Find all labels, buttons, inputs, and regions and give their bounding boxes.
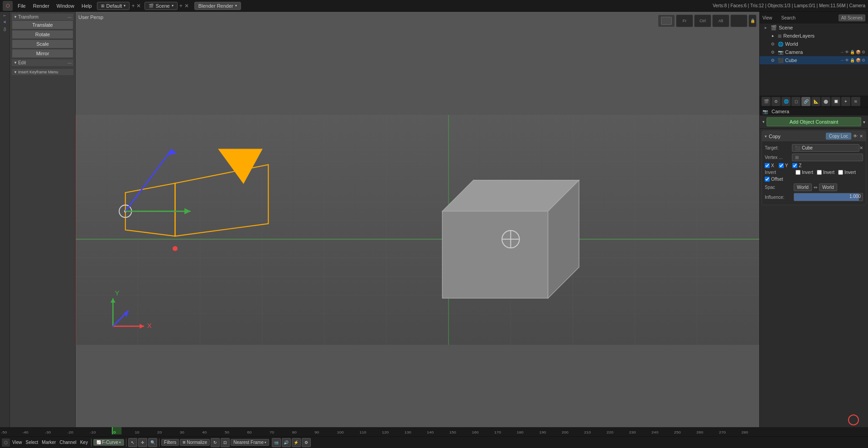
tools-panel: ▼ Transform — Translate Rotate Scale Mir…: [10, 12, 76, 448]
prop-tab-physics[interactable]: ≋: [851, 97, 860, 106]
prop-tab-particles[interactable]: ✦: [841, 97, 850, 106]
x-scene-icon[interactable]: ✕: [184, 3, 189, 9]
grease-tab[interactable]: Gr: [2, 25, 8, 33]
z-checkbox[interactable]: Z: [792, 163, 801, 168]
outliner-item-cube[interactable]: ⊙ ⬛ Cube → 👁 🔒 📦 ⚙: [760, 56, 868, 64]
timeline-select-tool[interactable]: ↖: [128, 438, 137, 447]
target-clear-btn[interactable]: ✕: [859, 145, 863, 150]
plus-icon[interactable]: +: [131, 3, 135, 9]
x-invert[interactable]: Invert: [796, 170, 813, 175]
numpad-ctrl-btn[interactable]: Ctrl: [694, 14, 711, 27]
plus-scene-icon[interactable]: +: [179, 3, 183, 9]
playback-icon-btn[interactable]: 📹: [272, 438, 281, 447]
constraint-expand-icon[interactable]: ▾: [762, 120, 765, 124]
x-icon[interactable]: ✕: [136, 3, 141, 9]
timeline-header-icon[interactable]: ⬡: [2, 438, 10, 447]
insert-keyframe-section: ▼ Insert Keyframe Menu: [12, 69, 73, 75]
constraint-close-btn[interactable]: ✕: [859, 134, 863, 139]
svg-text:80: 80: [292, 430, 297, 434]
scene-selector[interactable]: 🎬 Scene ▾: [145, 2, 177, 10]
rotate-button[interactable]: Rotate: [12, 30, 73, 39]
numpad-lock-btn[interactable]: 🔒: [748, 14, 757, 27]
timeline-move-tool[interactable]: ✛: [138, 438, 147, 447]
outliner-item-renderlayers[interactable]: ▸ ⊞ RenderLayers: [760, 32, 868, 40]
constraint-collapse-icon[interactable]: ▾: [863, 120, 865, 125]
prop-tab-scene[interactable]: ⚙: [772, 97, 781, 106]
timeline-normalize-btn[interactable]: ⊠ Normalize: [180, 439, 210, 446]
timeline-sync-btn[interactable]: ↻: [211, 438, 220, 447]
numpad-shift-btn[interactable]: [730, 14, 747, 27]
vertex-field[interactable]: ⊞: [792, 154, 863, 161]
timeline-auto-btn[interactable]: ⊡: [221, 438, 230, 447]
add-object-constraint-button[interactable]: Add Object Constraint: [767, 117, 861, 126]
numpad-persp-btn[interactable]: [658, 14, 675, 27]
window-menu-item[interactable]: Window: [53, 2, 77, 10]
translate-button[interactable]: Translate: [12, 20, 73, 29]
timeline-zoom-tool[interactable]: 🔍: [148, 438, 157, 447]
svg-text:130: 130: [405, 430, 411, 434]
file-menu[interactable]: File Render Window Help: [14, 2, 95, 10]
numpad-front-btn[interactable]: Fr: [676, 14, 693, 27]
viewport-3d[interactable]: Fr Ctrl Alt 🔒 User Persp: [76, 12, 759, 448]
workspace-selector[interactable]: ⊞ Default ▾: [97, 2, 130, 10]
target-field[interactable]: ⬛ Cube: [792, 144, 859, 152]
space-from-dropdown[interactable]: World: [794, 183, 812, 191]
timeline-filters-btn[interactable]: Filters: [161, 439, 179, 446]
outliner-search-menu[interactable]: Search: [781, 15, 796, 20]
z-invert[interactable]: Invert: [838, 170, 856, 175]
prop-tab-object[interactable]: ◻: [791, 97, 800, 106]
audio-icon-btn[interactable]: 🔊: [282, 438, 291, 447]
svg-text:X: X: [147, 322, 152, 329]
record-button[interactable]: [848, 414, 859, 425]
mirror-button[interactable]: Mirror: [12, 49, 73, 58]
timeline-mode-selector[interactable]: 📈 F-Curve ▾: [93, 439, 124, 446]
transform-section: ▼ Transform — Translate Rotate Scale Mir…: [12, 14, 73, 58]
nearest-frame-btn[interactable]: Nearest Frame ▾: [231, 439, 269, 446]
offset-checkbox[interactable]: Offset: [765, 177, 783, 182]
prop-tab-data[interactable]: 📐: [811, 97, 820, 106]
edit-header[interactable]: ▼ Edit —: [12, 59, 73, 66]
constraint-expand-btn[interactable]: ▾: [765, 134, 767, 139]
constraint-eye-btn[interactable]: 👁: [853, 134, 858, 139]
outliner-item-world[interactable]: ⊙ 🌐 World: [760, 40, 868, 48]
space-to-dropdown[interactable]: World: [819, 183, 837, 191]
transform-header[interactable]: ▼ Transform —: [12, 14, 73, 20]
tools-tab[interactable]: T: [2, 13, 8, 19]
help-menu-item[interactable]: Help: [78, 2, 95, 10]
constraint-type-btn[interactable]: Copy Loc: [826, 133, 851, 140]
render-menu-item[interactable]: Render: [30, 2, 53, 10]
svg-text:-50: -50: [1, 430, 7, 434]
prop-tab-render[interactable]: 🎬: [762, 97, 771, 106]
timeline-select-menu[interactable]: Select: [24, 440, 40, 445]
prop-tab-material[interactable]: ⬤: [821, 97, 830, 106]
prop-tab-constraints[interactable]: 🔗: [801, 97, 810, 106]
anim-tab[interactable]: A: [2, 19, 8, 25]
outliner-item-scene[interactable]: ▸ 🎬 Scene: [760, 24, 868, 32]
prop-tab-texture[interactable]: 🔲: [831, 97, 840, 106]
numpad-alt-btn[interactable]: Alt: [712, 14, 729, 27]
right-panel: View Search All Scenes ▸ 🎬 Scene ▸ ⊞ Ren…: [759, 12, 868, 448]
svg-text:270: 270: [719, 430, 726, 434]
constraint-target-row: Target: ⬛ Cube ✕: [765, 144, 863, 152]
svg-text:20: 20: [157, 430, 162, 434]
options-icon-btn[interactable]: ⚙: [302, 438, 311, 447]
prop-tab-world[interactable]: 🌐: [781, 97, 791, 106]
y-invert[interactable]: Invert: [817, 170, 834, 175]
x-checkbox[interactable]: X: [765, 163, 774, 168]
influence-bar[interactable]: 1.000: [794, 193, 863, 201]
timeline-channel-menu[interactable]: Channel: [58, 440, 77, 445]
offset-row: Offset: [765, 177, 863, 182]
outliner-view-menu[interactable]: View: [762, 15, 772, 20]
timeline-view-menu[interactable]: View: [11, 440, 24, 445]
sync-icon-btn[interactable]: ⚡: [292, 438, 301, 447]
svg-text:110: 110: [359, 430, 366, 434]
insert-keyframe-header[interactable]: ▼ Insert Keyframe Menu: [12, 69, 73, 75]
scale-button[interactable]: Scale: [12, 39, 73, 48]
all-scenes-btn[interactable]: All Scenes: [839, 14, 865, 21]
outliner-item-camera[interactable]: ⊙ 📷 Camera → 👁 🔒 📦 ⚙: [760, 48, 868, 56]
render-engine-selector[interactable]: Blender Render ▾: [194, 2, 241, 10]
timeline-key-menu[interactable]: Key: [79, 440, 89, 445]
y-checkbox[interactable]: Y: [779, 163, 788, 168]
file-menu-item[interactable]: File: [14, 2, 29, 10]
timeline-marker-menu[interactable]: Marker: [40, 440, 57, 445]
